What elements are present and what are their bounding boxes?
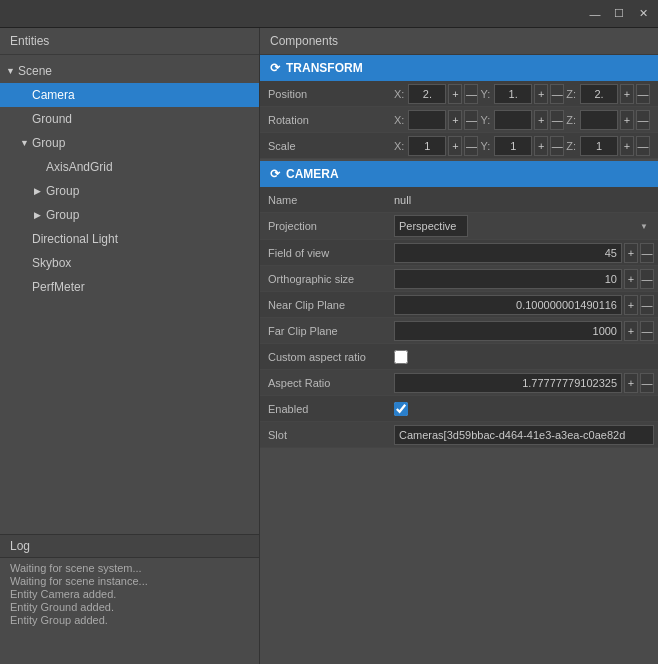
nearclip-minus[interactable]: — (640, 295, 654, 315)
ortho-label: Orthographic size (264, 273, 394, 285)
projection-value: Perspective Orthographic (394, 215, 654, 237)
slot-row: Slot Cameras[3d59bbac-d464-41e3-a3ea-c0a… (260, 422, 658, 448)
scale-z-minus[interactable]: — (636, 136, 650, 156)
scale-y-plus[interactable]: + (534, 136, 548, 156)
tree-label: Group (46, 184, 253, 198)
nearclip-plus[interactable]: + (624, 295, 638, 315)
tree-item-scene[interactable]: ▼Scene (0, 59, 259, 83)
customaspect-row: Custom aspect ratio (260, 344, 658, 370)
enabled-row: Enabled (260, 396, 658, 422)
rot-x-input[interactable] (408, 110, 446, 130)
farclip-plus[interactable]: + (624, 321, 638, 341)
tree-item-group2[interactable]: ▶Group (0, 179, 259, 203)
scale-z-input[interactable] (580, 136, 618, 156)
log-header: Log (0, 535, 259, 558)
pos-x-input[interactable] (408, 84, 446, 104)
camera-section-header: ⟳ CAMERA (260, 161, 658, 187)
tree-item-perfmeter[interactable]: PerfMeter (0, 275, 259, 299)
maximize-button[interactable]: ☐ (608, 3, 630, 25)
scale-x-plus[interactable]: + (448, 136, 462, 156)
farclip-value: + — (394, 321, 654, 341)
camera-name-text: null (394, 194, 411, 206)
pos-x-minus[interactable]: — (464, 84, 478, 104)
projection-label: Projection (264, 220, 394, 232)
aspect-input[interactable] (394, 373, 622, 393)
rotation-label: Rotation (264, 114, 394, 126)
projection-row: Projection Perspective Orthographic (260, 213, 658, 240)
fov-plus[interactable]: + (624, 243, 638, 263)
scale-label: Scale (264, 140, 394, 152)
close-button[interactable]: ✕ (632, 3, 654, 25)
fov-label: Field of view (264, 247, 394, 259)
pos-z-plus[interactable]: + (620, 84, 634, 104)
pos-y-minus[interactable]: — (550, 84, 564, 104)
rot-x-plus[interactable]: + (448, 110, 462, 130)
tree-item-group3[interactable]: ▶Group (0, 203, 259, 227)
farclip-input[interactable] (394, 321, 622, 341)
scale-x-minus[interactable]: — (464, 136, 478, 156)
position-label: Position (264, 88, 394, 100)
customaspect-checkbox[interactable] (394, 350, 408, 364)
rot-z-minus[interactable]: — (636, 110, 650, 130)
title-bar: — ☐ ✕ (0, 0, 658, 28)
slot-value: Cameras[3d59bbac-d464-41e3-a3ea-c0ae82d (394, 425, 654, 445)
components-scroll[interactable]: ⟳ TRANSFORM Position X: + — Y: + — (260, 55, 658, 664)
rot-z-label: Z: (566, 114, 576, 126)
rot-x-minus[interactable]: — (464, 110, 478, 130)
tree-label: Group (32, 136, 253, 150)
fov-row: Field of view + — (260, 240, 658, 266)
pos-z-input[interactable] (580, 84, 618, 104)
farclip-row: Far Clip Plane + — (260, 318, 658, 344)
pos-y-plus[interactable]: + (534, 84, 548, 104)
ortho-plus[interactable]: + (624, 269, 638, 289)
tree-arrow: ▶ (34, 210, 46, 220)
tree-item-ground[interactable]: Ground (0, 107, 259, 131)
nearclip-input[interactable] (394, 295, 622, 315)
ortho-row: Orthographic size + — (260, 266, 658, 292)
rot-y-minus[interactable]: — (550, 110, 564, 130)
slot-text: Cameras[3d59bbac-d464-41e3-a3ea-c0ae82d (394, 425, 654, 445)
pos-z-minus[interactable]: — (636, 84, 650, 104)
farclip-minus[interactable]: — (640, 321, 654, 341)
aspect-row: Aspect Ratio + — (260, 370, 658, 396)
rot-y-plus[interactable]: + (534, 110, 548, 130)
tree-item-dirlight[interactable]: Directional Light (0, 227, 259, 251)
ortho-minus[interactable]: — (640, 269, 654, 289)
log-line: Entity Ground added. (10, 601, 249, 613)
tree-item-axisgrid[interactable]: AxisAndGrid (0, 155, 259, 179)
tree-label: Skybox (32, 256, 253, 270)
rot-y-input[interactable] (494, 110, 532, 130)
tree-item-group1[interactable]: ▼Group (0, 131, 259, 155)
scale-y-minus[interactable]: — (550, 136, 564, 156)
log-line: Waiting for scene system... (10, 562, 249, 574)
tree-item-skybox[interactable]: Skybox (0, 251, 259, 275)
fov-minus[interactable]: — (640, 243, 654, 263)
scale-y-input[interactable] (494, 136, 532, 156)
tree-item-camera[interactable]: Camera (0, 83, 259, 107)
rotation-row: Rotation X: + — Y: + — Z: + — (260, 107, 658, 133)
rot-z-input[interactable] (580, 110, 618, 130)
enabled-label: Enabled (264, 403, 394, 415)
camera-section-icon: ⟳ (270, 167, 280, 181)
fov-input[interactable] (394, 243, 622, 263)
tree-label: Ground (32, 112, 253, 126)
minimize-button[interactable]: — (584, 3, 606, 25)
aspect-minus[interactable]: — (640, 373, 654, 393)
camera-name-value: null (394, 194, 654, 206)
projection-select[interactable]: Perspective Orthographic (394, 215, 468, 237)
rot-y-label: Y: (480, 114, 490, 126)
ortho-input[interactable] (394, 269, 622, 289)
entities-header: Entities (0, 28, 259, 55)
nearclip-row: Near Clip Plane + — (260, 292, 658, 318)
scale-x-input[interactable] (408, 136, 446, 156)
rot-z-plus[interactable]: + (620, 110, 634, 130)
rot-x-label: X: (394, 114, 404, 126)
enabled-checkbox[interactable] (394, 402, 408, 416)
enabled-value (394, 402, 654, 416)
position-value: X: + — Y: + — Z: + — (394, 84, 654, 104)
camera-name-row: Name null (260, 187, 658, 213)
pos-y-input[interactable] (494, 84, 532, 104)
pos-x-plus[interactable]: + (448, 84, 462, 104)
scale-z-plus[interactable]: + (620, 136, 634, 156)
aspect-plus[interactable]: + (624, 373, 638, 393)
